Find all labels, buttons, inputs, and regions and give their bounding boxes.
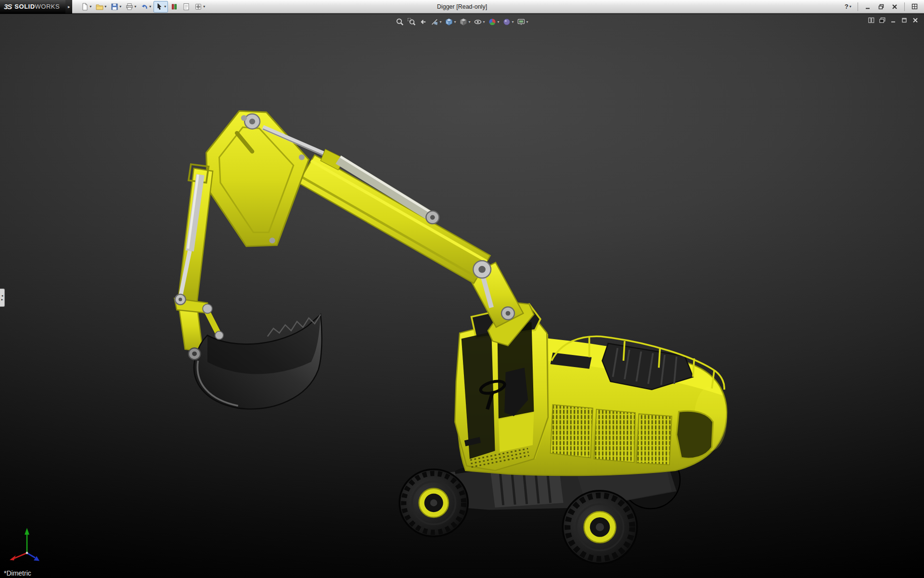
open-button[interactable]: ▾ [94, 1, 108, 13]
wheel-front-near[interactable] [399, 469, 468, 536]
view-orientation-cube-icon [445, 18, 453, 26]
separator [904, 2, 905, 11]
caret-icon: ▾ [483, 20, 485, 24]
zoom-to-area-icon [407, 18, 415, 26]
quick-access-toolbar: ▾ ▾ ▾ ▾ ▾ [79, 1, 207, 13]
close-button[interactable] [889, 2, 900, 12]
view-orientation-label: *Dimetric [4, 569, 31, 577]
hide-show-eye-icon [474, 18, 482, 26]
print-button[interactable]: ▾ [124, 1, 138, 13]
select-cursor-icon [155, 3, 163, 11]
rebuild-icon [170, 3, 178, 11]
view-settings-icon [517, 18, 526, 26]
caret-icon: ▾ [203, 5, 205, 9]
minimize-document-icon [890, 17, 896, 23]
minimize-document-button[interactable] [889, 17, 897, 24]
separator [858, 2, 858, 11]
close-document-icon [912, 17, 918, 23]
display-style-button[interactable]: ▾ [458, 17, 471, 26]
caret-icon: ▾ [164, 5, 166, 9]
close-icon [892, 4, 898, 10]
file-properties-button[interactable] [180, 1, 192, 13]
brand-name-bold: SOLID [14, 3, 35, 10]
cascade-windows-button[interactable] [878, 17, 886, 24]
solidworks-window: 3S SOLIDWORKS ▸ ▾ ▾ ▾ [0, 0, 924, 578]
print-icon [126, 3, 133, 11]
zoom-to-fit-icon [396, 18, 404, 26]
triad-y-axis [25, 528, 29, 553]
caret-icon: ▾ [512, 20, 514, 24]
restore-document-icon [901, 17, 907, 23]
save-icon [111, 3, 118, 11]
edit-appearance-button[interactable]: ▾ [488, 17, 500, 26]
options-icon [194, 3, 202, 11]
section-view-button[interactable]: ▾ [429, 17, 442, 26]
model-digger[interactable] [0, 14, 924, 578]
minimize-icon [865, 4, 871, 10]
menu-expand-tab[interactable]: ▸ [65, 0, 72, 13]
open-icon [96, 3, 103, 11]
caret-icon: ▾ [454, 20, 456, 24]
undo-button[interactable]: ▾ [139, 1, 153, 13]
view-settings-button[interactable]: ▾ [516, 17, 529, 26]
previous-view-icon [419, 18, 427, 26]
cascade-windows-icon [879, 17, 886, 23]
graphics-viewport[interactable]: ▾ ▾ ▾ ▾ ▾ ▾ ▾ [0, 14, 924, 578]
featuremanager-collapsed-tab[interactable]: ◂ ▸ [0, 289, 5, 307]
tile-windows-icon [868, 17, 874, 23]
arrow-left-icon: ◂ [1, 294, 3, 298]
boom-top-plate [206, 111, 309, 247]
new-document-icon [81, 3, 89, 11]
solidworks-logo: 3S SOLIDWORKS [0, 0, 65, 13]
file-properties-icon [182, 3, 190, 11]
save-button[interactable]: ▾ [109, 1, 123, 13]
window-title: Digger [Read-only] [437, 0, 487, 13]
caret-icon: ▾ [90, 5, 91, 9]
help-button[interactable]: ? ▾ [842, 2, 854, 12]
caret-icon: ▾ [468, 20, 470, 24]
zoom-to-fit-button[interactable] [395, 17, 405, 26]
display-style-icon [459, 18, 467, 26]
fullscreen-button[interactable] [909, 2, 920, 12]
rebuild-button[interactable] [168, 1, 180, 13]
3ds-logo-icon: 3S [4, 2, 12, 11]
triad-x-axis [10, 553, 27, 561]
previous-view-button[interactable] [418, 17, 428, 26]
title-bar: 3S SOLIDWORKS ▸ ▾ ▾ ▾ [0, 0, 924, 13]
caret-icon: ▾ [498, 20, 500, 24]
brand-name: SOLIDWORKS [14, 3, 60, 10]
restore-document-button[interactable] [900, 17, 908, 24]
caret-icon: ▾ [526, 20, 528, 24]
fullscreen-icon [911, 3, 918, 10]
view-orientation-button[interactable]: ▾ [444, 17, 457, 26]
apply-scene-sphere-icon [503, 18, 511, 26]
window-controls: ? ▾ [842, 2, 924, 12]
edit-appearance-ball-icon [488, 18, 497, 26]
brand-name-light: WORKS [35, 3, 60, 10]
close-document-button[interactable] [911, 17, 919, 24]
restore-button[interactable] [875, 2, 887, 12]
triad-z-axis [27, 553, 39, 561]
caret-icon: ▾ [119, 5, 121, 9]
options-button[interactable]: ▾ [192, 1, 207, 13]
apply-scene-button[interactable]: ▾ [502, 17, 515, 26]
boom-main [298, 155, 490, 283]
zoom-to-area-button[interactable] [406, 17, 416, 26]
heads-up-view-toolbar: ▾ ▾ ▾ ▾ ▾ ▾ ▾ [395, 17, 529, 26]
menu-arrow-icon: ▸ [68, 4, 70, 9]
new-document-button[interactable]: ▾ [79, 1, 93, 13]
reference-triad [8, 523, 46, 564]
arrow-right-icon: ▸ [1, 298, 3, 302]
help-icon: ? [845, 3, 848, 10]
caret-icon: ▾ [849, 5, 851, 9]
restore-icon [878, 4, 884, 10]
document-window-controls [867, 17, 919, 24]
hide-show-items-button[interactable]: ▾ [473, 17, 486, 26]
wheel-rear-near[interactable] [563, 491, 637, 564]
tile-windows-button[interactable] [867, 17, 875, 24]
rear-window-opening[interactable] [677, 411, 713, 459]
section-view-icon [430, 18, 438, 26]
minimize-button[interactable] [862, 2, 873, 12]
undo-icon [141, 3, 148, 11]
select-button[interactable]: ▾ [154, 1, 168, 13]
